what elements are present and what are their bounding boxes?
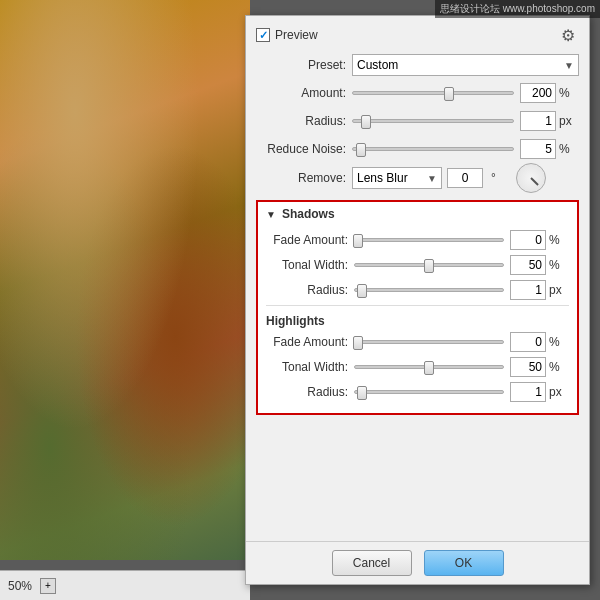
highlights-fade-track bbox=[354, 340, 504, 344]
remove-arrow: ▼ bbox=[427, 173, 437, 184]
angle-unit: ° bbox=[491, 171, 511, 185]
radius-unit: px bbox=[559, 114, 579, 128]
amount-thumb[interactable] bbox=[444, 87, 454, 101]
shadows-tonal-unit: % bbox=[549, 258, 569, 272]
shadows-radius-track bbox=[354, 288, 504, 292]
highlights-fade-slider[interactable] bbox=[354, 335, 504, 349]
noise-input[interactable] bbox=[520, 139, 556, 159]
shadows-tonal-track bbox=[354, 263, 504, 267]
radius-slider[interactable] bbox=[352, 114, 514, 128]
shadows-fade-track bbox=[354, 238, 504, 242]
shadows-title: Shadows bbox=[282, 207, 335, 221]
preview-label: Preview bbox=[275, 28, 318, 42]
shadows-tonal-label: Tonal Width: bbox=[266, 258, 348, 272]
shadows-section: ▼ Shadows Fade Amount: % bbox=[256, 200, 579, 415]
radius-label: Radius: bbox=[256, 114, 346, 128]
dialog-content: Preset: Custom ▼ Amount: % Radiu bbox=[246, 50, 589, 541]
highlights-radius-label: Radius: bbox=[266, 385, 348, 399]
amount-unit: % bbox=[559, 86, 579, 100]
zoom-level: 50% bbox=[8, 579, 32, 593]
divider bbox=[266, 305, 569, 306]
preset-row: Preset: Custom ▼ bbox=[256, 54, 579, 76]
radius-row: Radius: px bbox=[256, 110, 579, 132]
shadows-tonal-thumb[interactable] bbox=[424, 259, 434, 273]
watermark: 思绪设计论坛 www.photoshop.com bbox=[435, 0, 600, 18]
radius-thumb[interactable] bbox=[361, 115, 371, 129]
remove-value: Lens Blur bbox=[357, 171, 408, 185]
shadows-radius-unit: px bbox=[549, 283, 569, 297]
remove-row: Remove: Lens Blur ▼ ° bbox=[256, 166, 579, 190]
highlights-radius-track bbox=[354, 390, 504, 394]
highlights-fade-row: Fade Amount: % bbox=[266, 332, 569, 352]
amount-row: Amount: % bbox=[256, 82, 579, 104]
highlights-header[interactable]: Highlights bbox=[266, 310, 569, 332]
dialog-panel: ✓ Preview ⚙ Preset: Custom ▼ Amount: bbox=[245, 15, 590, 585]
preset-arrow: ▼ bbox=[564, 60, 574, 71]
noise-thumb[interactable] bbox=[356, 143, 366, 157]
noise-unit: % bbox=[559, 142, 579, 156]
shadows-header[interactable]: ▼ Shadows bbox=[258, 202, 577, 226]
highlights-fade-unit: % bbox=[549, 335, 569, 349]
highlights-tonal-track bbox=[354, 365, 504, 369]
noise-track bbox=[352, 147, 514, 151]
highlights-radius-row: Radius: px bbox=[266, 382, 569, 402]
radius-input[interactable] bbox=[520, 111, 556, 131]
shadows-radius-slider[interactable] bbox=[354, 283, 504, 297]
shadows-fade-row: Fade Amount: % bbox=[266, 230, 569, 250]
preset-value: Custom bbox=[357, 58, 398, 72]
shadows-fade-input[interactable] bbox=[510, 230, 546, 250]
shadows-tonal-input[interactable] bbox=[510, 255, 546, 275]
angle-wheel[interactable] bbox=[516, 163, 546, 193]
amount-track bbox=[352, 91, 514, 95]
preset-label: Preset: bbox=[256, 58, 346, 72]
highlights-tonal-unit: % bbox=[549, 360, 569, 374]
ok-button[interactable]: OK bbox=[424, 550, 504, 576]
highlights-fade-thumb[interactable] bbox=[353, 336, 363, 350]
noise-slider[interactable] bbox=[352, 142, 514, 156]
dialog-header: ✓ Preview ⚙ bbox=[246, 16, 589, 50]
remove-select[interactable]: Lens Blur ▼ bbox=[352, 167, 442, 189]
gear-button[interactable]: ⚙ bbox=[557, 24, 579, 46]
highlights-radius-slider[interactable] bbox=[354, 385, 504, 399]
shadows-content: Fade Amount: % Tonal Width: bbox=[258, 226, 577, 413]
highlights-radius-input[interactable] bbox=[510, 382, 546, 402]
highlights-tonal-label: Tonal Width: bbox=[266, 360, 348, 374]
status-bar: 50% + bbox=[0, 570, 250, 600]
shadows-tonal-row: Tonal Width: % bbox=[266, 255, 569, 275]
angle-input[interactable] bbox=[447, 168, 483, 188]
preset-select[interactable]: Custom ▼ bbox=[352, 54, 579, 76]
highlights-title: Highlights bbox=[266, 314, 325, 328]
zoom-icon[interactable]: + bbox=[40, 578, 56, 594]
check-mark: ✓ bbox=[259, 29, 268, 42]
image-preview-inner bbox=[0, 0, 250, 560]
shadows-collapse-icon: ▼ bbox=[266, 209, 276, 220]
shadows-radius-thumb[interactable] bbox=[357, 284, 367, 298]
highlights-radius-unit: px bbox=[549, 385, 569, 399]
shadows-radius-label: Radius: bbox=[266, 283, 348, 297]
shadows-fade-unit: % bbox=[549, 233, 569, 247]
amount-label: Amount: bbox=[256, 86, 346, 100]
shadows-fade-slider[interactable] bbox=[354, 233, 504, 247]
shadows-fade-label: Fade Amount: bbox=[266, 233, 348, 247]
image-preview bbox=[0, 0, 250, 560]
shadows-radius-input[interactable] bbox=[510, 280, 546, 300]
highlights-tonal-slider[interactable] bbox=[354, 360, 504, 374]
shadows-radius-row: Radius: px bbox=[266, 280, 569, 300]
amount-input[interactable] bbox=[520, 83, 556, 103]
highlights-fade-label: Fade Amount: bbox=[266, 335, 348, 349]
highlights-tonal-input[interactable] bbox=[510, 357, 546, 377]
radius-track bbox=[352, 119, 514, 123]
noise-label: Reduce Noise: bbox=[256, 142, 346, 156]
shadows-tonal-slider[interactable] bbox=[354, 258, 504, 272]
highlights-tonal-thumb[interactable] bbox=[424, 361, 434, 375]
main-container: 思绪设计论坛 www.photoshop.com 50% + ✓ Preview… bbox=[0, 0, 600, 600]
highlights-radius-thumb[interactable] bbox=[357, 386, 367, 400]
cancel-button[interactable]: Cancel bbox=[332, 550, 412, 576]
amount-slider[interactable] bbox=[352, 86, 514, 100]
noise-row: Reduce Noise: % bbox=[256, 138, 579, 160]
preview-row: ✓ Preview bbox=[256, 28, 318, 42]
highlights-fade-input[interactable] bbox=[510, 332, 546, 352]
preview-checkbox[interactable]: ✓ bbox=[256, 28, 270, 42]
shadows-fade-thumb[interactable] bbox=[353, 234, 363, 248]
dialog-footer: Cancel OK bbox=[246, 541, 589, 584]
